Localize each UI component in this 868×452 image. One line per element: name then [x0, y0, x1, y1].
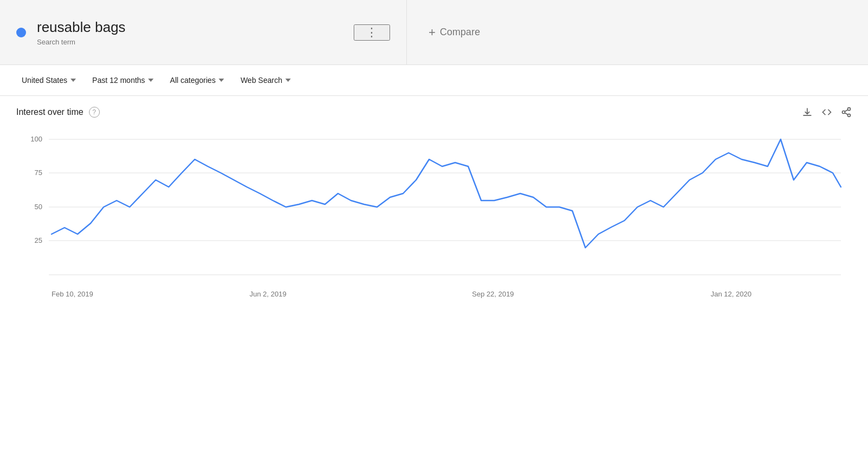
y-label-50: 50: [35, 203, 42, 211]
x-label-jun: Jun 2, 2019: [250, 290, 286, 298]
x-label-jan: Jan 12, 2020: [711, 290, 751, 298]
timerange-filter-label: Past 12 months: [92, 76, 145, 85]
search-term-dot: [16, 28, 26, 37]
location-filter[interactable]: United States: [16, 73, 81, 88]
search-info: reusable bags Search term: [37, 18, 354, 46]
category-chevron-icon: [219, 79, 224, 82]
trend-chart: 100 75 50 25 Feb 10, 2019 Jun 2, 2019 Se…: [16, 128, 852, 324]
download-icon: [802, 107, 813, 118]
search-type-filter-label: Web Search: [240, 76, 282, 85]
compare-label: Compare: [440, 27, 480, 38]
chart-section: Interest over time ?: [0, 96, 868, 331]
download-button[interactable]: [802, 107, 813, 118]
location-filter-label: United States: [22, 76, 67, 85]
chart-title-area: Interest over time ?: [16, 107, 100, 118]
search-type-chevron-icon: [285, 79, 291, 82]
search-term-section: reusable bags Search term ⋮: [0, 0, 407, 64]
more-options-button[interactable]: ⋮: [354, 24, 390, 41]
chart-actions: [802, 107, 852, 118]
compare-button[interactable]: + Compare: [429, 25, 480, 40]
search-type-filter[interactable]: Web Search: [235, 73, 296, 88]
x-label-feb: Feb 10, 2019: [52, 290, 93, 298]
share-button[interactable]: [841, 107, 852, 118]
timerange-filter[interactable]: Past 12 months: [87, 73, 159, 88]
filter-bar: United States Past 12 months All categor…: [0, 65, 868, 96]
page-header: reusable bags Search term ⋮ + Compare: [0, 0, 868, 65]
x-label-sep: Sep 22, 2019: [472, 290, 514, 298]
embed-button[interactable]: [821, 107, 832, 118]
y-label-25: 25: [35, 236, 42, 244]
search-type-label: Search term: [37, 38, 354, 46]
embed-icon: [821, 107, 832, 118]
share-icon: [841, 107, 852, 118]
svg-line-4: [845, 109, 848, 111]
y-label-75: 75: [35, 169, 42, 177]
timerange-chevron-icon: [148, 79, 154, 82]
y-label-100: 100: [30, 135, 42, 143]
compare-plus-icon: +: [429, 25, 436, 40]
chart-title: Interest over time: [16, 107, 84, 117]
search-term-label: reusable bags: [37, 18, 354, 37]
svg-point-2: [848, 114, 851, 117]
svg-line-3: [845, 113, 848, 114]
compare-section: + Compare: [407, 0, 868, 64]
chart-header: Interest over time ?: [16, 107, 852, 118]
chart-container: 100 75 50 25 Feb 10, 2019 Jun 2, 2019 Se…: [16, 128, 852, 325]
category-filter[interactable]: All categories: [164, 73, 229, 88]
svg-point-1: [843, 111, 845, 114]
svg-point-0: [848, 108, 851, 111]
trend-line: [52, 139, 841, 248]
help-icon[interactable]: ?: [89, 107, 100, 118]
location-chevron-icon: [71, 79, 76, 82]
category-filter-label: All categories: [170, 76, 215, 85]
